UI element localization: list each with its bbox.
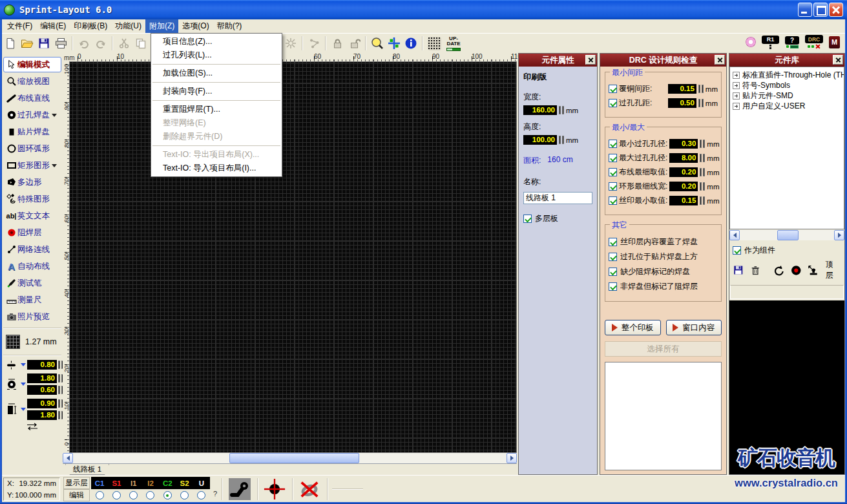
library-horizontal-scrollbar[interactable] [729,230,844,240]
tool-edit-mode[interactable]: 编辑模式 [3,57,61,72]
tool-rectangle[interactable]: 矩形图形 [3,158,61,173]
tree-item-smd[interactable]: 贴片元件-SMD [731,90,842,101]
check-window-button[interactable]: 窗口内容 [666,320,722,335]
minimize-button[interactable] [798,3,812,17]
board-name-input[interactable] [523,192,592,204]
zoom-button[interactable] [369,35,386,52]
layer-radio-s2[interactable] [180,491,189,499]
layer-radio-c2[interactable] [163,491,172,499]
pad-drill-field[interactable]: 0.60 [27,385,57,395]
drc-results-list[interactable] [605,362,722,470]
menu-extras-open[interactable]: 附加(Z) [145,19,178,33]
close-button[interactable] [829,3,843,17]
chevron-down-icon[interactable] [21,383,26,386]
component-id-button[interactable]: R1 [762,36,779,49]
menu-item-reset-solder-mask[interactable]: 重置阻焊层(T)... [151,103,282,116]
rule-checkbox[interactable] [609,140,617,148]
origin-button[interactable] [262,477,287,501]
close-panel-button[interactable] [585,55,596,65]
spinner[interactable] [700,196,705,205]
tool-connections[interactable]: 网络连线 [3,242,61,257]
tool-special-shape[interactable]: 特殊图形 [3,191,61,207]
rule-value-field[interactable]: 0.50 [668,98,696,108]
maximize-button[interactable] [813,3,828,17]
rotate-icon[interactable] [773,265,784,276]
tool-smd-pad[interactable]: 贴片焊盘 [3,124,61,140]
multilayer-checkbox[interactable] [523,215,532,223]
record-icon[interactable] [791,265,802,276]
spinner[interactable] [700,154,705,162]
tool-circle[interactable]: 圆环弧形 [3,141,61,156]
photoview-button[interactable] [426,35,443,52]
layer-radio-s1[interactable] [112,491,121,499]
layer-toggle-c2[interactable]: C2 [159,477,176,489]
macro-panel-button[interactable]: M [829,36,840,48]
pad-donut-icon[interactable] [746,37,756,47]
rule-value-field[interactable]: 0.15 [669,196,698,205]
chevron-down-icon[interactable] [52,114,57,117]
show-tracks-button[interactable] [227,477,252,501]
tree-item-user[interactable]: 用户自定义-USER [731,101,842,111]
spinner[interactable] [700,168,705,176]
redo-button[interactable] [92,35,109,52]
scrollbar-track[interactable] [73,453,507,463]
update-button[interactable]: UP- DATE [443,35,465,52]
layer-toggle-i1[interactable]: I1 [125,477,142,489]
scrollbar-thumb[interactable] [777,230,798,240]
layer-toggle-i2[interactable]: I2 [142,477,159,489]
tree-item-symbols[interactable]: 符号-Symbols [731,80,842,90]
menu-help[interactable]: 帮助(?) [213,19,246,33]
board-width-field[interactable]: 160.00 [523,105,557,115]
layer-toggle-c1[interactable]: C1 [91,477,108,489]
menu-functions[interactable]: 功能(U) [111,19,145,33]
tool-solder-mask[interactable]: 阻焊层 [3,225,61,240]
spinner[interactable] [698,85,704,93]
track-width-field[interactable]: 0.80 [27,360,57,370]
rule-checkbox[interactable] [609,182,617,191]
menu-options[interactable]: 选项(O) [178,19,213,33]
smd-height-field[interactable]: 1.80 [27,410,57,420]
check-whole-board-button[interactable]: 整个印板 [605,320,661,335]
scroll-left-button[interactable] [63,453,73,463]
tool-measure[interactable]: 测量尺 [3,292,61,308]
layer-toggle-s1[interactable]: S1 [108,477,125,489]
print-button[interactable] [52,35,69,52]
save-button[interactable] [36,35,52,52]
open-file-button[interactable] [19,35,36,52]
rule-value-field[interactable]: 0.15 [668,84,696,94]
spinner[interactable] [698,99,704,107]
undo-button[interactable] [76,35,92,52]
lock-button[interactable] [329,35,346,52]
pad-outer-field[interactable]: 1.80 [27,373,57,383]
snap-crosshair-button[interactable] [386,35,403,52]
component-help-button[interactable]: ? [785,36,799,48]
as-component-checkbox[interactable] [733,246,741,255]
new-file-button[interactable] [2,35,19,52]
layer-toggle-u[interactable]: U [193,477,210,489]
chevron-down-icon[interactable] [21,408,26,411]
menu-board[interactable]: 印刷板(B) [70,19,111,33]
rule-checkbox[interactable] [609,99,617,107]
unlock-button[interactable] [346,35,362,52]
scroll-left-button[interactable] [729,230,740,240]
rule-checkbox[interactable] [609,85,617,93]
board-tab[interactable]: 线路板 1 [65,464,109,475]
scroll-right-button[interactable] [834,230,844,240]
align-button[interactable] [282,35,299,52]
grid-setting[interactable]: 1.27 mm [2,332,63,352]
layer-radio-u[interactable] [197,491,205,499]
expand-plus-icon[interactable] [733,82,740,89]
spinner[interactable] [700,182,705,191]
rule-checkbox[interactable] [609,268,617,276]
drc-toggle-button[interactable]: DRC [805,35,823,49]
expand-plus-icon[interactable] [733,103,740,110]
tool-polygon[interactable]: 多边形 [3,174,61,190]
cut-button[interactable] [116,35,132,52]
rule-checkbox[interactable] [609,196,617,205]
close-panel-button[interactable] [715,55,725,65]
pcb-canvas[interactable] [70,62,516,452]
menu-item-textio-import[interactable]: Text-IO: 导入项目布局(I)... [151,162,282,175]
scrollbar-track[interactable] [740,230,834,240]
save-macro-icon[interactable] [733,265,744,275]
canvas-horizontal-scrollbar[interactable] [63,453,517,463]
